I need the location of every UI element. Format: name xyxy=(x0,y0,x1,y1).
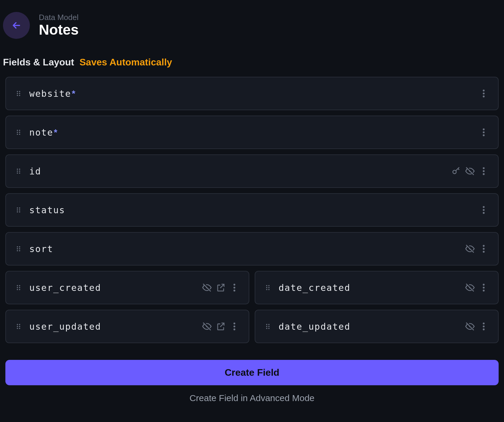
field-name: note xyxy=(29,127,53,138)
field-menu-button[interactable] xyxy=(478,204,490,216)
open-related-button[interactable] xyxy=(215,320,227,332)
key-icon xyxy=(451,166,461,176)
fields-list: website * note * id xyxy=(3,77,501,343)
create-field-button[interactable]: Create Field xyxy=(5,360,499,385)
open-in-new-icon xyxy=(216,283,226,293)
drag-handle-icon xyxy=(15,129,22,136)
drag-handle[interactable] xyxy=(14,206,23,214)
more-vertical-icon xyxy=(479,244,489,254)
drag-handle-icon xyxy=(15,323,22,330)
field-menu-button[interactable] xyxy=(478,243,490,255)
visibility-hidden-indicator[interactable] xyxy=(464,165,476,177)
field-menu-button[interactable] xyxy=(228,320,240,332)
required-indicator: * xyxy=(54,127,57,137)
drag-handle[interactable] xyxy=(14,167,23,175)
field-row-date-updated[interactable]: date_updated xyxy=(255,310,499,343)
page-title: Notes xyxy=(39,22,79,38)
more-vertical-icon xyxy=(479,127,489,137)
header-titles: Data Model Notes xyxy=(39,13,79,38)
drag-handle[interactable] xyxy=(14,128,23,136)
eye-off-icon xyxy=(202,321,212,332)
visibility-hidden-indicator[interactable] xyxy=(201,282,213,294)
field-row-sort[interactable]: sort xyxy=(5,232,499,266)
drag-handle-icon xyxy=(265,284,271,291)
visibility-hidden-indicator[interactable] xyxy=(464,243,476,255)
drag-handle-icon xyxy=(15,245,22,252)
page-header: Data Model Notes xyxy=(3,12,501,57)
more-vertical-icon xyxy=(479,283,489,293)
field-row-date-created[interactable]: date_created xyxy=(255,271,499,304)
required-indicator: * xyxy=(72,88,75,99)
create-field-advanced-link[interactable]: Create Field in Advanced Mode xyxy=(3,385,501,421)
field-name: date_created xyxy=(279,283,351,293)
open-related-button[interactable] xyxy=(215,282,227,294)
field-name: status xyxy=(29,205,65,215)
more-vertical-icon xyxy=(229,283,239,293)
eye-off-icon xyxy=(465,321,475,332)
field-row-note[interactable]: note * xyxy=(5,116,499,149)
back-button[interactable] xyxy=(3,12,30,39)
drag-handle-icon xyxy=(15,90,22,97)
drag-handle[interactable] xyxy=(264,283,272,292)
field-menu-button[interactable] xyxy=(478,88,490,99)
arrow-left-icon xyxy=(11,20,22,31)
field-row-user-created[interactable]: user_created xyxy=(5,271,249,304)
field-row-id[interactable]: id xyxy=(5,154,499,188)
more-vertical-icon xyxy=(479,166,489,176)
field-row-status[interactable]: status xyxy=(5,193,499,227)
more-vertical-icon xyxy=(479,205,489,215)
field-menu-button[interactable] xyxy=(478,282,490,294)
more-vertical-icon xyxy=(479,321,489,332)
drag-handle[interactable] xyxy=(14,245,23,253)
drag-handle-icon xyxy=(15,284,22,291)
field-row-website[interactable]: website * xyxy=(5,77,499,110)
section-heading: Fields & Layout Saves Automatically xyxy=(3,57,501,77)
autosave-label: Saves Automatically xyxy=(79,57,172,68)
drag-handle-icon xyxy=(265,323,271,330)
breadcrumb[interactable]: Data Model xyxy=(39,13,79,22)
field-name: id xyxy=(29,166,41,177)
drag-handle[interactable] xyxy=(14,89,23,98)
field-name: website xyxy=(29,88,71,99)
eye-off-icon xyxy=(465,244,475,254)
field-name: sort xyxy=(29,244,53,254)
field-menu-button[interactable] xyxy=(478,126,490,138)
open-in-new-icon xyxy=(216,321,226,332)
field-menu-button[interactable] xyxy=(228,282,240,294)
eye-off-icon xyxy=(465,283,475,293)
drag-handle[interactable] xyxy=(14,283,23,292)
primary-key-indicator xyxy=(450,165,462,177)
drag-handle[interactable] xyxy=(264,322,272,331)
drag-handle-icon xyxy=(15,207,22,213)
more-vertical-icon xyxy=(479,88,489,99)
field-name: user_updated xyxy=(29,321,101,332)
field-menu-button[interactable] xyxy=(478,165,490,177)
field-row-user-updated[interactable]: user_updated xyxy=(5,310,249,343)
drag-handle-icon xyxy=(15,168,22,174)
eye-off-icon xyxy=(202,283,212,293)
field-menu-button[interactable] xyxy=(478,320,490,332)
section-label: Fields & Layout xyxy=(3,57,74,68)
field-name: date_updated xyxy=(279,321,351,332)
more-vertical-icon xyxy=(229,321,239,332)
visibility-hidden-indicator[interactable] xyxy=(464,282,476,294)
visibility-hidden-indicator[interactable] xyxy=(201,320,213,332)
visibility-hidden-indicator[interactable] xyxy=(464,320,476,332)
field-name: user_created xyxy=(29,283,101,293)
drag-handle[interactable] xyxy=(14,322,23,331)
eye-off-icon xyxy=(465,166,475,176)
